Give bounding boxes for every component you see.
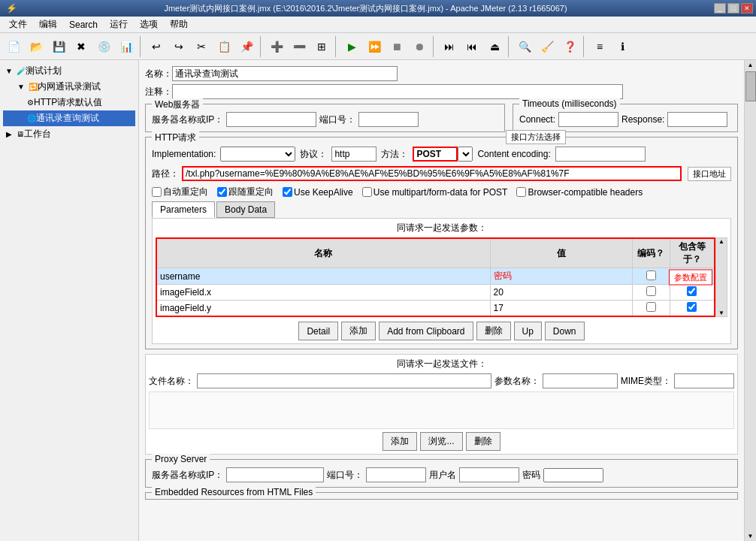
file-name-input[interactable] xyxy=(197,373,491,388)
param-name-0[interactable]: username xyxy=(156,268,490,285)
help-button[interactable]: ❓ xyxy=(559,36,580,57)
close-button[interactable]: ✕ xyxy=(741,3,753,14)
up-button[interactable]: Up xyxy=(514,322,542,340)
maximize-button[interactable]: □ xyxy=(727,3,739,14)
remove-button[interactable]: ➖ xyxy=(289,36,310,57)
tree-item-intranet[interactable]: ▼ 🔁 内网通讯录测试 xyxy=(3,79,135,95)
search-button[interactable]: 🔍 xyxy=(514,36,535,57)
proxy-port-input[interactable] xyxy=(366,467,426,482)
clear-button[interactable]: 🧹 xyxy=(537,36,558,57)
proxy-server-input[interactable] xyxy=(226,467,324,482)
param-name-input[interactable] xyxy=(543,373,618,388)
browser-compat-label[interactable]: Browser-compatible headers xyxy=(516,187,643,198)
mime-input[interactable] xyxy=(674,373,734,388)
new-button[interactable]: 📄 xyxy=(3,36,24,57)
main-scroll-down[interactable]: ▼ xyxy=(746,531,755,541)
list-view-button[interactable]: ≡ xyxy=(589,36,610,57)
add-param-button[interactable]: 添加 xyxy=(341,322,376,340)
add-button[interactable]: ➕ xyxy=(266,36,287,57)
tree-item-workbench[interactable]: ▶ 🖥 工作台 xyxy=(3,126,135,142)
connect-input[interactable] xyxy=(558,112,618,127)
param-row-2[interactable]: imageField.y 17 xyxy=(156,301,715,317)
about-button[interactable]: ℹ xyxy=(612,36,633,57)
proxy-pass-input[interactable] xyxy=(543,468,603,482)
multipart-checkbox[interactable] xyxy=(362,187,372,197)
multipart-label[interactable]: Use multipart/form-data for POST xyxy=(362,187,508,198)
browse-button[interactable]: 浏览... xyxy=(420,432,462,451)
main-scroll-up[interactable]: ▲ xyxy=(746,60,755,70)
remote-start-button[interactable]: ⏭ xyxy=(439,36,460,57)
param-encode-1[interactable] xyxy=(632,285,670,301)
scroll-thumb[interactable] xyxy=(745,71,756,101)
close-button2[interactable]: ✖ xyxy=(71,36,92,57)
remote-stop-all-button[interactable]: ⏏ xyxy=(484,36,505,57)
scroll-up[interactable]: ▲ xyxy=(718,238,724,245)
proxy-user-input[interactable] xyxy=(459,467,519,482)
expand-button[interactable]: ⊞ xyxy=(311,36,332,57)
param-encode-2[interactable] xyxy=(632,301,670,317)
scroll-down[interactable]: ▼ xyxy=(718,310,724,316)
encoding-input[interactable] xyxy=(555,147,646,162)
menu-search[interactable]: Search xyxy=(63,18,104,32)
name-input[interactable] xyxy=(172,66,398,81)
delete-file-button[interactable]: 删除 xyxy=(466,432,500,451)
keepalive-checkbox[interactable] xyxy=(283,187,292,197)
param-row-1[interactable]: imageField.x 20 xyxy=(156,285,715,301)
param-value-1[interactable]: 20 xyxy=(490,285,632,301)
detail-button[interactable]: Detail xyxy=(298,322,338,340)
response-input[interactable] xyxy=(667,112,727,127)
implementation-select[interactable] xyxy=(220,147,295,162)
copy-button[interactable]: 📋 xyxy=(213,36,234,57)
params-scrollbar[interactable]: ▲ ▼ xyxy=(715,237,727,317)
tree-item-http-defaults[interactable]: ⚙ HTTP请求默认值 xyxy=(3,95,135,110)
param-value-2[interactable]: 17 xyxy=(490,301,632,317)
server-name-input[interactable] xyxy=(226,112,316,127)
keepalive-label[interactable]: Use KeepAlive xyxy=(283,187,353,198)
menu-help[interactable]: 帮助 xyxy=(164,17,194,32)
add-file-button[interactable]: 添加 xyxy=(383,432,417,451)
param-include-2[interactable] xyxy=(670,301,715,317)
menu-run[interactable]: 运行 xyxy=(104,17,134,32)
param-include-1[interactable] xyxy=(670,285,715,301)
shutdown-button[interactable]: ⏺ xyxy=(409,36,430,57)
down-button[interactable]: Down xyxy=(545,322,585,340)
param-name-1[interactable]: imageField.x xyxy=(156,285,490,301)
tree-item-test-plan[interactable]: ▼ 🧪 测试计划 xyxy=(3,63,135,79)
path-input[interactable] xyxy=(182,166,682,181)
stop-button[interactable]: ⏹ xyxy=(386,36,407,57)
auto-redirect-label[interactable]: 自动重定向 xyxy=(152,186,208,198)
save-as-button[interactable]: 💾 xyxy=(48,36,69,57)
start-no-pauses-button[interactable]: ⏩ xyxy=(364,36,385,57)
menu-file[interactable]: 文件 xyxy=(3,17,33,32)
save-button[interactable]: 💿 xyxy=(93,36,114,57)
method-select[interactable]: ▼ xyxy=(458,147,473,162)
comment-input[interactable] xyxy=(172,84,623,99)
param-value-0[interactable]: 密码 xyxy=(490,268,632,285)
method-input[interactable] xyxy=(413,147,458,162)
main-scrollbar[interactable]: ▲ ▼ xyxy=(744,60,756,541)
browser-compat-checkbox[interactable] xyxy=(516,187,526,197)
redo-button[interactable]: ↪ xyxy=(168,36,189,57)
cut-button[interactable]: ✂ xyxy=(191,36,212,57)
menu-edit[interactable]: 编辑 xyxy=(33,17,63,32)
clipboard-button[interactable]: Add from Clipboard xyxy=(379,322,473,340)
paste-button[interactable]: 📌 xyxy=(236,36,257,57)
tab-body-data[interactable]: Body Data xyxy=(216,201,275,218)
delete-param-button[interactable]: 删除 xyxy=(476,322,511,340)
port-input[interactable] xyxy=(358,112,419,127)
undo-button[interactable]: ↩ xyxy=(146,36,167,57)
minimize-button[interactable]: _ xyxy=(714,3,726,14)
follow-redirect-label[interactable]: 跟随重定向 xyxy=(217,186,274,198)
follow-redirect-checkbox[interactable] xyxy=(217,187,227,197)
menu-options[interactable]: 选项 xyxy=(134,17,164,32)
open-button[interactable]: 📂 xyxy=(26,36,47,57)
report-button[interactable]: 📊 xyxy=(116,36,137,57)
param-encode-0[interactable] xyxy=(632,268,670,285)
protocol-input[interactable] xyxy=(331,147,376,162)
param-name-2[interactable]: imageField.y xyxy=(156,301,490,317)
param-row-0[interactable]: username 密码 xyxy=(156,268,715,285)
start-button[interactable]: ▶ xyxy=(341,36,362,57)
remote-stop-button[interactable]: ⏮ xyxy=(461,36,482,57)
tab-parameters[interactable]: Parameters xyxy=(152,201,215,218)
tree-item-contacts[interactable]: 🌐 通讯录查询测试 xyxy=(3,110,135,126)
